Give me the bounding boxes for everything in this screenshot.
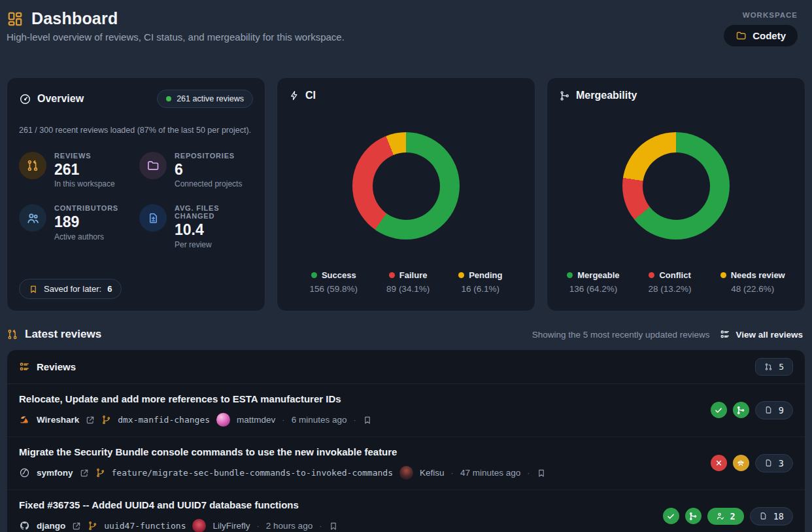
legend-item-conflict: Conflict 28 (13.2%) [649, 270, 692, 294]
ci-card-title: CI [305, 90, 316, 101]
legend-label: Pending [469, 270, 502, 280]
legend-value: 28 (13.2%) [649, 284, 692, 294]
mergeability-legend: Mergeable 136 (64.2%) Conflict 28 (13.2%… [559, 270, 793, 294]
saved-for-later-chip[interactable]: Saved for later: 6 [19, 279, 122, 299]
ci-donut-chart [352, 132, 460, 239]
symfony-repo-icon [19, 467, 30, 478]
mergeability-donut-chart [622, 132, 730, 239]
saved-for-later-label: Saved for later: [44, 284, 101, 294]
repo-link[interactable]: Wireshark [37, 415, 79, 425]
stat-value: 10.4 [175, 221, 253, 238]
stat-avg-files: AVG. FILES CHANGED 10.4 Per review [139, 204, 253, 249]
separator-dot: · [257, 521, 260, 531]
separator-dot: · [282, 415, 284, 425]
page-title: Dashboard [31, 9, 118, 28]
external-link-icon[interactable] [86, 416, 95, 425]
stat-sub: Connected projects [175, 179, 242, 188]
legend-label: Failure [399, 270, 428, 280]
bookmark-icon[interactable] [363, 416, 372, 425]
django-repo-icon [19, 520, 30, 531]
review-row-main: Fixed #36735 -- Added UUID4 and UUID7 da… [19, 499, 338, 532]
approvals-badge: 2 [707, 508, 744, 525]
review-title[interactable]: Relocate, Update and add more references… [19, 393, 372, 404]
review-row[interactable]: Relocate, Update and add more references… [7, 384, 805, 437]
stat-reviews: REVIEWS 261 In this workspace [19, 152, 133, 188]
review-row[interactable]: Migrate the Security Bundle console comm… [7, 437, 805, 490]
avatar [216, 413, 230, 427]
folder-icon [139, 152, 167, 179]
files-count: 18 [773, 511, 784, 522]
reviews-count-badge: 5 [755, 358, 793, 376]
gauge-icon [19, 93, 31, 105]
separator-dot: · [451, 468, 454, 478]
bookmark-icon[interactable] [537, 469, 546, 478]
topbar-right: WORKSPACE Codety [724, 9, 798, 46]
workspace-switcher-button[interactable]: Codety [724, 25, 798, 46]
donut-hole [373, 152, 440, 220]
git-branch-icon [88, 521, 97, 531]
overview-summary: 261 / 300 recent reviews loaded (87% of … [19, 126, 253, 135]
legend-label: Needs review [731, 270, 785, 280]
ci-failure-badge [711, 455, 727, 471]
legend-value: 89 (34.1%) [386, 284, 430, 294]
folder-icon [736, 30, 747, 41]
overview-stats: REVIEWS 261 In this workspace REPOSITORI… [19, 152, 253, 249]
branch-name: dmx-manfid-changes [118, 415, 210, 425]
view-all-reviews-link[interactable]: View all reviews [720, 329, 803, 340]
ci-success-badge [663, 508, 679, 524]
files-changed-badge: 9 [755, 401, 793, 419]
bookmark-icon[interactable] [329, 522, 338, 531]
mergeability-card-title: Mergeability [576, 90, 637, 101]
author-name: mattmdev [237, 415, 275, 425]
legend-dot [311, 272, 317, 278]
stat-label: REVIEWS [54, 152, 115, 160]
review-title[interactable]: Migrate the Security Bundle console comm… [19, 446, 546, 457]
external-link-icon[interactable] [72, 522, 81, 531]
author-name: LilyFirefly [212, 521, 250, 531]
wireshark-repo-icon [19, 414, 30, 425]
avatar [399, 466, 413, 480]
workspace-label: WORKSPACE [743, 11, 798, 19]
ci-success-badge [711, 402, 727, 418]
stat-value: 189 [54, 213, 118, 230]
stat-contributors: CONTRIBUTORS 189 Active authors [19, 204, 133, 249]
separator-dot: · [527, 468, 530, 478]
donut-hole [643, 152, 710, 220]
stat-sub: Per review [175, 240, 253, 249]
pull-request-icon [7, 328, 18, 340]
showing-text: Showing the 5 most recently updated revi… [532, 330, 710, 340]
green-dot-icon [166, 96, 171, 101]
topbar-left: Dashboard High-level overview of reviews… [7, 9, 345, 43]
mergeable-badge [733, 402, 749, 418]
file-icon [764, 459, 773, 467]
repo-link[interactable]: symfony [37, 468, 73, 478]
pull-request-icon [19, 152, 46, 179]
files-changed-badge: 3 [755, 454, 793, 472]
active-reviews-badge: 261 active reviews [157, 90, 253, 108]
summary-cards: Overview 261 active reviews 261 / 300 re… [7, 77, 805, 311]
legend-value: 156 (59.8%) [310, 284, 358, 294]
files-count: 9 [779, 405, 784, 416]
saved-for-later-count: 6 [107, 284, 112, 294]
review-title[interactable]: Fixed #36735 -- Added UUID4 and UUID7 da… [19, 499, 338, 510]
legend-value: 48 (22.6%) [731, 284, 774, 294]
stat-value: 6 [175, 161, 242, 178]
reviews-table: Reviews 5 Relocate, Update and add more … [7, 349, 805, 532]
legend-dot [458, 272, 464, 278]
latest-reviews-bar: Latest reviews Showing the 5 most recent… [7, 328, 803, 341]
stat-sub: Active authors [54, 232, 118, 241]
topbar: Dashboard High-level overview of reviews… [0, 0, 812, 46]
file-icon [759, 512, 768, 520]
legend-item-needs-review: Needs review 48 (22.6%) [720, 270, 785, 294]
updated-time: 6 minutes ago [292, 415, 347, 425]
legend-dot [567, 272, 573, 278]
bookmark-icon [29, 285, 38, 294]
mergeability-card: Mergeability Mergeable 136 (64.2%) Confl… [547, 77, 805, 311]
legend-dot [389, 272, 395, 278]
needs-review-badge [733, 455, 749, 471]
review-row-main: Migrate the Security Bundle console comm… [19, 446, 546, 480]
updated-time: 2 hours ago [266, 521, 313, 531]
review-row[interactable]: Fixed #36735 -- Added UUID4 and UUID7 da… [7, 490, 805, 532]
repo-link[interactable]: django [37, 521, 65, 531]
external-link-icon[interactable] [80, 469, 89, 478]
